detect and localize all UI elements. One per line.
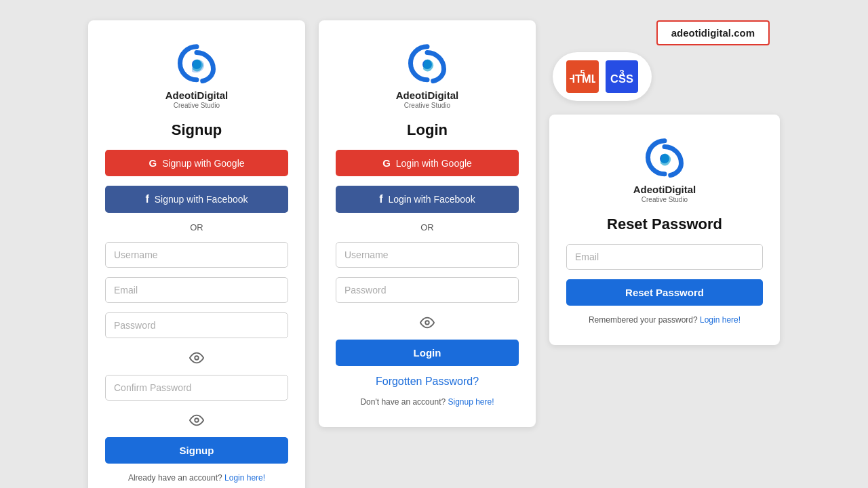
signup-username-input[interactable] [105,242,288,268]
reset-card: AdeotiDigital Creative Studio Reset Pass… [549,115,780,345]
login-signup-link[interactable]: Signup here! [448,397,494,407]
signup-google-button[interactable]: G Signup with Google [105,150,288,176]
reset-footer: Remembered your password? Login here! [589,315,741,325]
facebook-icon-login: f [379,193,382,205]
svg-text:5: 5 [580,68,585,78]
login-logo-sub: Creative Studio [404,102,450,109]
login-footer: Don't have an account? Signup here! [360,397,494,407]
forgotten-password-link[interactable]: Forgotten Password? [376,375,479,388]
reset-button[interactable]: Reset Password [566,279,763,306]
reset-footer-text: Remembered your password? [589,315,698,325]
login-button-label: Login [414,347,441,359]
login-password-input[interactable] [336,277,519,303]
svg-text:3: 3 [619,68,624,78]
reset-email-input[interactable] [566,244,763,270]
tech-icons-container: HTML 5 CSS 3 [553,52,652,101]
login-or-text: OR [420,222,434,232]
signup-confirm-wrapper [105,375,288,401]
signup-button[interactable]: Signup [105,437,288,464]
login-title: Login [407,121,448,139]
signup-footer-text: Already have an account? [128,473,222,483]
login-google-button[interactable]: G Login with Google [336,150,519,176]
signup-footer: Already have an account? Login here! [128,473,265,483]
login-facebook-label: Login with Facebook [388,194,475,205]
login-google-label: Login with Google [396,158,472,169]
reset-button-label: Reset Password [625,287,704,298]
signup-logo-text: AdeotiDigital [165,89,229,101]
signup-card: AdeotiDigital Creative Studio Signup G S… [88,20,305,488]
right-panel: adeotidigital.com HTML 5 CSS 3 [549,20,780,345]
signup-password-wrapper [105,312,288,338]
svg-point-2 [195,418,199,422]
login-password-wrapper [336,277,519,303]
reset-logo-text: AdeotiDigital [633,184,696,195]
svg-point-4 [425,321,429,325]
signup-confirm-toggle[interactable] [189,413,204,428]
css3-icon: CSS 3 [606,60,638,93]
google-icon: G [149,157,157,169]
svg-point-1 [195,356,199,360]
reset-login-link[interactable]: Login here! [700,315,741,325]
signup-button-label: Signup [180,445,214,456]
signup-or-text: OR [190,222,203,232]
reset-logo-svg [641,135,688,182]
reset-logo: AdeotiDigital Creative Studio [633,135,696,203]
signup-login-link[interactable]: Login here! [224,473,265,483]
login-logo: AdeotiDigital Creative Studio [396,41,459,109]
signup-logo-svg [173,41,220,88]
signup-facebook-button[interactable]: f Signup with Facebook [105,186,288,213]
login-footer-text: Don't have an account? [360,397,446,407]
facebook-icon: f [145,193,149,205]
reset-title: Reset Password [607,216,722,233]
website-badge: adeotidigital.com [656,20,770,45]
signup-google-label: Signup with Google [162,158,244,169]
signup-title: Signup [172,121,222,139]
login-logo-text: AdeotiDigital [396,89,459,101]
signup-logo-sub: Creative Studio [174,102,220,109]
signup-email-input[interactable] [105,277,288,303]
login-facebook-button[interactable]: f Login with Facebook [336,186,519,213]
login-username-input[interactable] [336,242,519,268]
website-label: adeotidigital.com [671,27,755,39]
google-icon-login: G [382,157,391,169]
reset-logo-sub: Creative Studio [642,196,688,203]
signup-confirm-input[interactable] [105,375,288,401]
login-logo-svg [403,41,451,88]
signup-password-toggle[interactable] [189,350,204,365]
login-button[interactable]: Login [336,340,519,366]
login-password-toggle[interactable] [420,315,435,330]
signup-facebook-label: Signup with Facebook [155,194,248,205]
signup-password-input[interactable] [105,312,288,338]
html5-icon: HTML 5 [566,60,599,93]
login-card: AdeotiDigital Creative Studio Login G Lo… [319,20,536,427]
signup-logo: AdeotiDigital Creative Studio [165,41,229,109]
